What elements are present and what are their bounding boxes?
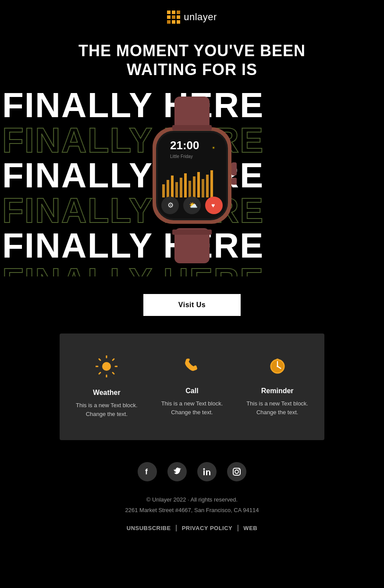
svg-rect-21 — [180, 178, 182, 197]
svg-rect-0 — [167, 11, 171, 14]
web-link[interactable]: WEB — [243, 525, 257, 531]
logo-icon — [167, 11, 180, 24]
features-section: Weather This is a new Text block. Change… — [60, 333, 324, 440]
svg-rect-22 — [184, 173, 187, 197]
twitter-icon[interactable] — [167, 462, 187, 481]
divider-1: | — [175, 524, 179, 531]
social-icons: f — [0, 462, 384, 481]
svg-rect-35 — [231, 162, 237, 176]
features-grid: Weather This is a new Text block. Change… — [68, 355, 316, 418]
svg-rect-6 — [167, 20, 171, 24]
call-text: This is a new Text block. Change the tex… — [154, 399, 231, 416]
svg-point-59 — [238, 469, 239, 470]
hero-title: THE MOMENT YOU'VE BEEN WAITING FOR IS — [0, 32, 384, 83]
svg-line-46 — [113, 359, 114, 360]
svg-rect-27 — [206, 175, 209, 197]
svg-rect-19 — [171, 176, 174, 197]
call-title: Call — [154, 387, 231, 395]
cta-section: Visit Us — [0, 276, 384, 333]
finally-row-6: FINALLY HERE — [0, 263, 384, 276]
svg-rect-53 — [276, 359, 279, 361]
footer-links: UNSUBSCRIBE | PRIVACY POLICY | WEB — [0, 524, 384, 549]
svg-rect-5 — [177, 15, 180, 19]
svg-rect-2 — [177, 11, 180, 14]
visit-us-button[interactable]: Visit Us — [143, 294, 241, 316]
svg-rect-8 — [177, 20, 180, 24]
svg-point-39 — [102, 362, 111, 371]
phone-icon — [154, 355, 231, 380]
header: unlayer — [0, 0, 384, 32]
svg-text:☀: ☀ — [212, 146, 215, 150]
svg-point-58 — [235, 470, 238, 473]
svg-rect-3 — [167, 15, 171, 19]
hero-image-section: FINALLY HERE FINALLY HERE FINALLY HERE F… — [0, 83, 384, 276]
svg-text:⛅: ⛅ — [189, 201, 198, 209]
svg-text:⚙: ⚙ — [167, 201, 174, 209]
svg-line-45 — [113, 373, 114, 374]
svg-rect-38 — [172, 229, 212, 235]
svg-rect-36 — [231, 178, 237, 185]
social-section: f — [0, 440, 384, 558]
svg-rect-7 — [172, 20, 175, 24]
svg-rect-28 — [210, 170, 213, 197]
logo-text: unlayer — [184, 11, 217, 23]
svg-point-56 — [203, 468, 205, 470]
feature-weather: Weather This is a new Text block. Change… — [68, 355, 145, 418]
facebook-icon[interactable]: f — [138, 462, 157, 481]
privacy-policy-link[interactable]: PRIVACY POLICY — [182, 525, 233, 531]
svg-text:21:00: 21:00 — [170, 139, 199, 152]
svg-rect-17 — [162, 184, 165, 197]
svg-rect-1 — [172, 11, 175, 14]
watch-svg: 21:00 Little Friday ☀ ⚙ — [126, 97, 258, 263]
svg-rect-23 — [188, 181, 191, 197]
hero-headline: THE MOMENT YOU'VE BEEN WAITING FOR IS — [0, 41, 384, 79]
svg-rect-20 — [175, 182, 178, 197]
svg-text:♥: ♥ — [211, 202, 215, 209]
reminder-text: This is a new Text block. Change the tex… — [239, 399, 316, 416]
page-wrapper: unlayer THE MOMENT YOU'VE BEEN WAITING F… — [0, 0, 384, 558]
logo-container: unlayer — [167, 11, 217, 24]
svg-rect-25 — [197, 172, 200, 197]
watch-image-container: 21:00 Little Friday ☀ ⚙ — [122, 97, 262, 263]
weather-title: Weather — [68, 389, 145, 397]
unsubscribe-link[interactable]: UNSUBSCRIBE — [127, 525, 171, 531]
svg-text:Little Friday: Little Friday — [170, 154, 193, 159]
instagram-icon[interactable] — [227, 462, 246, 481]
feature-call: Call This is a new Text block. Change th… — [154, 355, 231, 418]
svg-point-52 — [277, 366, 278, 367]
svg-line-47 — [99, 373, 100, 374]
divider-2: | — [237, 524, 241, 531]
svg-rect-26 — [202, 179, 204, 197]
svg-text:f: f — [145, 467, 148, 476]
reminder-title: Reminder — [239, 387, 316, 395]
footer-copyright: © Unlayer 2022 · All rights reserved. 22… — [0, 495, 384, 515]
svg-rect-37 — [172, 125, 212, 130]
feature-reminder: Reminder This is a new Text block. Chang… — [239, 355, 316, 418]
svg-rect-55 — [203, 470, 205, 475]
svg-line-44 — [99, 359, 100, 360]
svg-rect-24 — [193, 176, 196, 197]
sun-icon — [68, 355, 145, 382]
linkedin-icon[interactable] — [197, 462, 217, 481]
weather-text: This is a new Text block. Change the tex… — [68, 401, 145, 418]
svg-rect-18 — [167, 180, 169, 197]
svg-rect-4 — [172, 15, 175, 19]
clock-icon — [239, 355, 316, 380]
